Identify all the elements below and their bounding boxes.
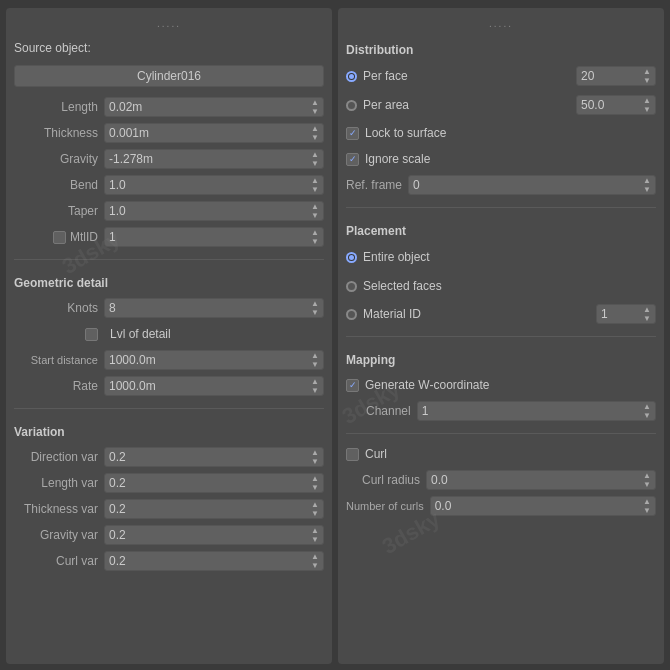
curl-radius-value: 0.0 xyxy=(431,473,448,487)
lock-to-surface-checkbox[interactable] xyxy=(346,127,359,140)
curl-var-input[interactable]: 0.2 ▲▼ xyxy=(104,551,324,571)
mtlid-row: MtlID 1 ▲▼ xyxy=(14,227,324,247)
material-id-radio[interactable] xyxy=(346,309,357,320)
num-curls-label: Number of curls xyxy=(346,500,430,512)
per-area-spinner[interactable]: ▲▼ xyxy=(643,96,651,114)
channel-spinner[interactable]: ▲▼ xyxy=(643,402,651,420)
bend-spinner[interactable]: ▲▼ xyxy=(311,176,319,194)
gravity-label: Gravity xyxy=(14,152,104,166)
channel-input[interactable]: 1 ▲▼ xyxy=(417,401,656,421)
mtlid-spinner[interactable]: ▲▼ xyxy=(311,228,319,246)
length-spinner[interactable]: ▲▼ xyxy=(311,98,319,116)
num-curls-input[interactable]: 0.0 ▲▼ xyxy=(430,496,656,516)
gravity-value: -1.278m xyxy=(109,152,309,166)
num-curls-row: Number of curls 0.0 ▲▼ xyxy=(346,496,656,516)
taper-input[interactable]: 1.0 ▲▼ xyxy=(104,201,324,221)
num-curls-value: 0.0 xyxy=(435,499,452,513)
source-object-label: Source object: xyxy=(14,41,91,55)
generate-w-checkbox[interactable] xyxy=(346,379,359,392)
gravity-input[interactable]: -1.278m ▲▼ xyxy=(104,149,324,169)
ignore-scale-checkbox[interactable] xyxy=(346,153,359,166)
curl-radius-label: Curl radius xyxy=(346,473,426,487)
curl-radius-input[interactable]: 0.0 ▲▼ xyxy=(426,470,656,490)
separator-2 xyxy=(14,408,324,409)
lock-to-surface-row: Lock to surface xyxy=(346,123,656,143)
per-face-spinner[interactable]: ▲▼ xyxy=(643,67,651,85)
curl-checkbox[interactable] xyxy=(346,448,359,461)
mtlid-input[interactable]: 1 ▲▼ xyxy=(104,227,324,247)
per-area-row: Per area 50.0 ▲▼ xyxy=(346,94,656,116)
generate-w-row: Generate W-coordinate xyxy=(346,375,656,395)
bend-input[interactable]: 1.0 ▲▼ xyxy=(104,175,324,195)
start-distance-spinner[interactable]: ▲▼ xyxy=(311,351,319,369)
per-face-radio[interactable] xyxy=(346,71,357,82)
right-drag-handle: ..... xyxy=(346,18,656,29)
length-var-input[interactable]: 0.2 ▲▼ xyxy=(104,473,324,493)
curl-radius-spinner[interactable]: ▲▼ xyxy=(643,471,651,489)
per-face-value: 20 xyxy=(581,69,594,83)
thickness-var-row: Thickness var 0.2 ▲▼ xyxy=(14,499,324,519)
right-panel: ..... Distribution Per face 20 ▲▼ Per ar… xyxy=(338,8,664,664)
selected-faces-radio[interactable] xyxy=(346,281,357,292)
channel-row: Channel 1 ▲▼ xyxy=(346,401,656,421)
thickness-input[interactable]: 0.001m ▲▼ xyxy=(104,123,324,143)
bend-row: Bend 1.0 ▲▼ xyxy=(14,175,324,195)
material-id-input[interactable]: 1 ▲▼ xyxy=(596,304,656,324)
per-face-input[interactable]: 20 ▲▼ xyxy=(576,66,656,86)
thickness-var-spinner[interactable]: ▲▼ xyxy=(311,500,319,518)
gravity-var-label: Gravity var xyxy=(14,528,104,542)
curl-label: Curl xyxy=(365,447,387,461)
gravity-var-row: Gravity var 0.2 ▲▼ xyxy=(14,525,324,545)
per-area-value: 50.0 xyxy=(581,98,604,112)
direction-var-spinner[interactable]: ▲▼ xyxy=(311,448,319,466)
taper-spinner[interactable]: ▲▼ xyxy=(311,202,319,220)
lock-to-surface-label: Lock to surface xyxy=(365,126,446,140)
ignore-scale-row: Ignore scale xyxy=(346,149,656,169)
length-input[interactable]: 0.02m ▲▼ xyxy=(104,97,324,117)
lvl-of-detail-row: Lvl of detail xyxy=(14,324,324,344)
length-var-spinner[interactable]: ▲▼ xyxy=(311,474,319,492)
ref-frame-row: Ref. frame 0 ▲▼ xyxy=(346,175,656,195)
ref-frame-value: 0 xyxy=(413,178,420,192)
direction-var-label: Direction var xyxy=(14,450,104,464)
per-face-label: Per face xyxy=(363,69,408,83)
generate-w-label: Generate W-coordinate xyxy=(365,378,490,392)
length-var-row: Length var 0.2 ▲▼ xyxy=(14,473,324,493)
lvl-of-detail-checkbox[interactable] xyxy=(85,328,98,341)
thickness-spinner[interactable]: ▲▼ xyxy=(311,124,319,142)
source-object-input[interactable]: Cylinder016 xyxy=(14,65,324,87)
thickness-value: 0.001m xyxy=(109,126,309,140)
mtlid-checkbox[interactable] xyxy=(53,231,66,244)
direction-var-row: Direction var 0.2 ▲▼ xyxy=(14,447,324,467)
bend-label: Bend xyxy=(14,178,104,192)
num-curls-spinner[interactable]: ▲▼ xyxy=(643,497,651,515)
ref-frame-spinner[interactable]: ▲▼ xyxy=(643,176,651,194)
ignore-scale-label: Ignore scale xyxy=(365,152,430,166)
separator-1 xyxy=(14,259,324,260)
rate-spinner[interactable]: ▲▼ xyxy=(311,377,319,395)
start-distance-input[interactable]: 1000.0m ▲▼ xyxy=(104,350,324,370)
thickness-row: Thickness 0.001m ▲▼ xyxy=(14,123,324,143)
gravity-var-input[interactable]: 0.2 ▲▼ xyxy=(104,525,324,545)
material-id-spinner[interactable]: ▲▼ xyxy=(643,305,651,323)
direction-var-input[interactable]: 0.2 ▲▼ xyxy=(104,447,324,467)
gravity-var-spinner[interactable]: ▲▼ xyxy=(311,526,319,544)
knots-spinner[interactable]: ▲▼ xyxy=(311,299,319,317)
channel-label: Channel xyxy=(346,404,417,418)
entire-object-radio[interactable] xyxy=(346,252,357,263)
lvl-of-detail-label: Lvl of detail xyxy=(110,327,171,341)
per-face-row: Per face 20 ▲▼ xyxy=(346,65,656,87)
per-area-input[interactable]: 50.0 ▲▼ xyxy=(576,95,656,115)
length-var-label: Length var xyxy=(14,476,104,490)
knots-input[interactable]: 8 ▲▼ xyxy=(104,298,324,318)
knots-row: Knots 8 ▲▼ xyxy=(14,298,324,318)
ref-frame-input[interactable]: 0 ▲▼ xyxy=(408,175,656,195)
material-id-value: 1 xyxy=(601,307,608,321)
curl-var-spinner[interactable]: ▲▼ xyxy=(311,552,319,570)
start-distance-label: Start distance xyxy=(14,354,104,366)
per-area-radio[interactable] xyxy=(346,100,357,111)
thickness-var-input[interactable]: 0.2 ▲▼ xyxy=(104,499,324,519)
rate-input[interactable]: 1000.0m ▲▼ xyxy=(104,376,324,396)
gravity-spinner[interactable]: ▲▼ xyxy=(311,150,319,168)
variation-label: Variation xyxy=(14,425,324,439)
